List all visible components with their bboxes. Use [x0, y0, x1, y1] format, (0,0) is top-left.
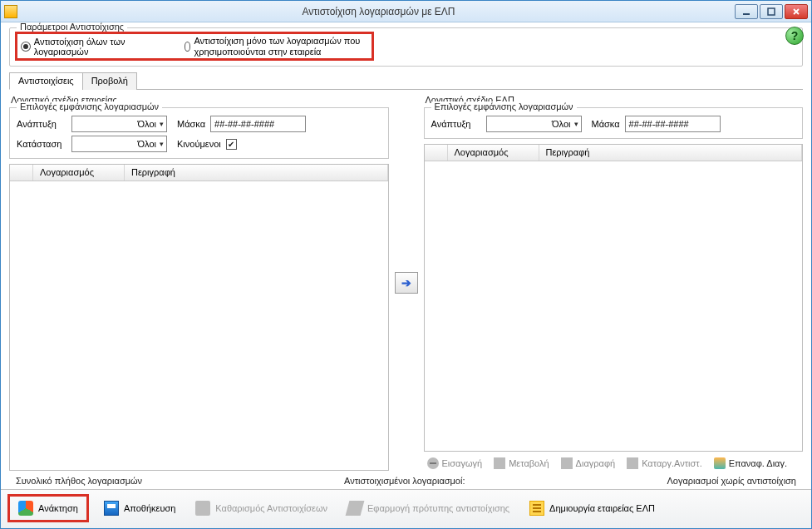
button-label: Εισαγωγή — [442, 458, 483, 468]
elp-options-legend: Επιλογές εμφάνισης λογαριασμών — [431, 101, 577, 111]
save-button[interactable]: Αποθήκευση — [99, 498, 180, 518]
content-area: Παράμετροι Αντιστοίχισης ? Αντιστοίχιση … — [1, 22, 811, 489]
level-label: Ανάπτυξη — [17, 119, 66, 129]
close-button[interactable] — [785, 4, 808, 19]
minus-circle-icon — [427, 457, 439, 469]
col-description[interactable]: Περιγραφή — [539, 145, 803, 161]
document-icon — [529, 501, 544, 516]
help-icon[interactable]: ? — [785, 27, 804, 45]
app-window: Αντιστοίχιση λογαριασμών με ΕΛΠ Παράμετρ… — [0, 0, 812, 529]
mask-label: Μάσκα — [177, 119, 205, 129]
svg-rect-1 — [768, 8, 775, 15]
titlebar: Αντιστοίχιση λογαριασμών με ΕΛΠ — [1, 1, 811, 22]
company-display-options: Επιλογές εμφάνισης λογαριασμών Ανάπτυξη … — [9, 107, 389, 159]
tab-bar: Αντιστοιχίσεις Προβολή — [9, 72, 803, 90]
mask-label: Μάσκα — [592, 119, 620, 129]
save-icon — [104, 501, 119, 516]
svg-rect-0 — [743, 13, 750, 15]
col-description[interactable]: Περιγραφή — [125, 165, 388, 180]
chevron-down-icon: ▾ — [574, 120, 578, 128]
elp-display-options: Επιλογές εμφάνισης λογαριασμών Ανάπτυξη … — [424, 107, 804, 139]
arrow-right-icon: ➔ — [401, 276, 411, 289]
radio-icon — [185, 42, 191, 52]
transfer-column: ➔ — [394, 93, 419, 472]
col-account[interactable]: Λογαριασμός — [33, 165, 125, 180]
window-title: Αντιστοίχιση λογαριασμών με ΕΛΠ — [22, 6, 735, 17]
elp-level-select[interactable]: Όλοι ▾ — [486, 116, 582, 132]
grid-header: Λογαριασμός Περιγραφή — [425, 145, 803, 161]
edit-icon — [494, 457, 505, 469]
button-label: Μεταβολή — [509, 458, 549, 468]
button-label: Δημιουργία εταιρείας ΕΛΠ — [549, 503, 655, 513]
parameters-legend: Παράμετροι Αντιστοίχισης — [17, 22, 127, 32]
restore-deleted-button[interactable]: Επαναφ. Διαγ. — [711, 456, 790, 471]
button-label: Αποθήκευση — [124, 503, 175, 513]
select-value: Όλοι — [138, 119, 156, 129]
retrieve-icon — [18, 501, 33, 516]
app-icon — [4, 5, 17, 18]
button-label: Καθαρισμός Αντιστοιχίσεων — [215, 503, 327, 513]
company-moving-checkbox[interactable] — [226, 139, 237, 150]
create-elp-company-button[interactable]: Δημιουργία εταιρείας ΕΛΠ — [524, 498, 660, 518]
restore-icon — [714, 457, 726, 469]
apply-icon — [346, 501, 365, 516]
retrieve-highlight: Ανάκτηση — [7, 494, 89, 522]
tab-panel-matches: Λογιστικό σχέδιο εταιρείας Επιλογές εμφά… — [9, 90, 803, 472]
status-unmatched: Λογαριασμοί χωρίς αντιστοίχιση — [667, 476, 796, 486]
status-matched: Αντιστοιχισμένοι λογαριασμοί: — [344, 476, 465, 486]
moving-label: Κινούμενοι — [177, 139, 221, 149]
radio-label: Αντιστοίχιση μόνο των λογαριασμών που χρ… — [194, 36, 368, 57]
cancel-match-button[interactable]: Καταργ.Αντιστ. — [623, 456, 706, 471]
input-value: ##-##-##-#### — [214, 119, 274, 129]
tab-matches[interactable]: Αντιστοιχίσεις — [9, 72, 83, 90]
button-label: Επαναφ. Διαγ. — [729, 458, 787, 468]
transfer-right-button[interactable]: ➔ — [395, 272, 418, 294]
status-label: Κατάσταση — [17, 139, 66, 149]
parameters-fieldset: Παράμετροι Αντιστοίχισης ? Αντιστοίχιση … — [9, 27, 803, 67]
tab-view[interactable]: Προβολή — [82, 72, 137, 90]
grid-body — [10, 181, 388, 470]
radio-used-accounts[interactable]: Αντιστοίχιση μόνο των λογαριασμών που χρ… — [185, 36, 368, 57]
edit-button[interactable]: Μεταβολή — [490, 456, 552, 471]
status-bar: Συνολικό πλήθος λογαριασμών Αντιστοιχισμ… — [9, 472, 803, 487]
bottom-toolbar: Ανάκτηση Αποθήκευση Καθαρισμός Αντιστοιχ… — [1, 489, 811, 528]
radio-label: Αντιστοίχιση όλων των λογαριασμών — [34, 37, 180, 57]
cancel-icon — [627, 457, 638, 469]
col-account[interactable]: Λογαριασμός — [448, 145, 539, 161]
button-label: Ανάκτηση — [38, 503, 78, 513]
apply-template-button[interactable]: Εφαρμογή πρότυπης αντιστοίχισης — [342, 498, 514, 518]
select-value: Όλοι — [552, 119, 570, 129]
select-value: Όλοι — [138, 139, 156, 149]
company-level-select[interactable]: Όλοι ▾ — [71, 116, 167, 132]
insert-button[interactable]: Εισαγωγή — [424, 456, 486, 471]
retrieve-button[interactable]: Ανάκτηση — [13, 498, 83, 518]
company-mask-input[interactable]: ##-##-##-#### — [210, 116, 306, 132]
company-chart-panel: Λογιστικό σχέδιο εταιρείας Επιλογές εμφά… — [9, 93, 389, 472]
elp-mask-input[interactable]: ##-##-##-#### — [625, 116, 721, 132]
delete-button[interactable]: Διαγραφή — [558, 456, 619, 471]
button-label: Καταργ.Αντιστ. — [642, 458, 702, 468]
input-value: ##-##-##-#### — [629, 119, 689, 129]
maximize-button[interactable] — [760, 4, 783, 19]
button-label: Εφαρμογή πρότυπης αντιστοίχισης — [367, 503, 509, 513]
minimize-button[interactable] — [735, 4, 758, 19]
grid-header: Λογαριασμός Περιγραφή — [10, 165, 388, 181]
status-total: Συνολικό πλήθος λογαριασμών — [16, 476, 142, 486]
radio-all-accounts[interactable]: Αντιστοίχιση όλων των λογαριασμών — [21, 37, 180, 57]
chevron-down-icon: ▾ — [160, 120, 164, 128]
clear-icon — [195, 501, 210, 516]
level-label: Ανάπτυξη — [431, 119, 481, 129]
elp-accounts-grid[interactable]: Λογαριασμός Περιγραφή — [424, 144, 804, 452]
window-controls — [735, 4, 808, 19]
match-scope-radio-group: Αντιστοίχιση όλων των λογαριασμών Αντιστ… — [15, 32, 374, 61]
clear-matches-button[interactable]: Καθαρισμός Αντιστοιχίσεων — [190, 498, 332, 518]
company-accounts-grid[interactable]: Λογαριασμός Περιγραφή — [9, 164, 389, 471]
button-label: Διαγραφή — [576, 458, 616, 468]
company-options-legend: Επιλογές εμφάνισης λογαριασμών — [17, 101, 162, 111]
radio-icon — [21, 42, 31, 52]
delete-icon — [561, 457, 573, 469]
chevron-down-icon: ▾ — [160, 140, 164, 148]
grid-body — [425, 161, 803, 451]
elp-chart-panel: Λογιστικό σχέδιο ΕΛΠ Επιλογές εμφάνισης … — [424, 93, 804, 472]
company-status-select[interactable]: Όλοι ▾ — [71, 136, 167, 152]
